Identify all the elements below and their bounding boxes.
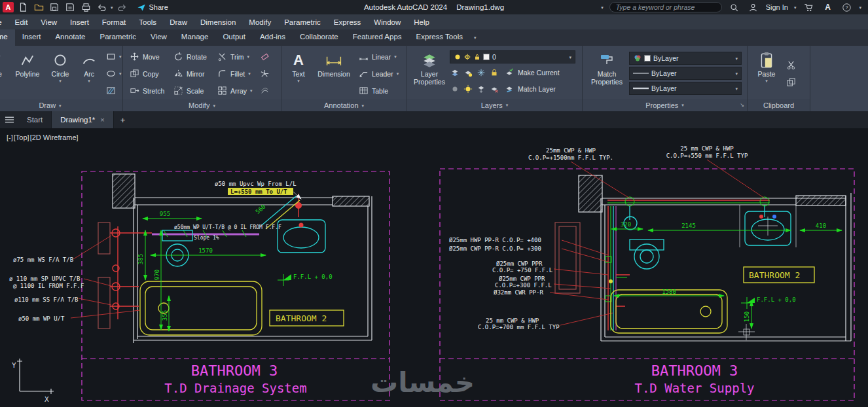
menu-view[interactable]: View <box>34 16 63 29</box>
undo-dropdown-icon[interactable] <box>111 5 113 10</box>
menu-format[interactable]: Format <box>96 16 132 29</box>
drawing-canvas[interactable]: [-] [Top] [2D Wireframe] <box>0 128 868 407</box>
cut-button[interactable] <box>784 57 801 73</box>
menu-file[interactable]: File <box>0 16 9 29</box>
layer-isolate-icon[interactable] <box>463 67 473 78</box>
menu-tools[interactable]: Tools <box>132 16 163 29</box>
arc-button[interactable]: Arc <box>77 48 101 99</box>
panel-label-draw[interactable]: Draw <box>0 99 122 111</box>
tab-add-ins[interactable]: Add-ins <box>253 29 293 46</box>
tab-collaborate[interactable]: Collaborate <box>293 29 346 46</box>
panel-label-layers[interactable]: Layers <box>407 99 582 111</box>
panel-label-modify[interactable]: Modify <box>123 99 281 111</box>
close-tab-icon[interactable]: × <box>100 116 104 124</box>
viewport-visual-style-control[interactable]: [2D Wireframe] <box>30 133 79 141</box>
hatch-button[interactable] <box>103 82 124 99</box>
open-file-button[interactable] <box>32 1 45 13</box>
text-button[interactable]: Text <box>285 48 312 99</box>
layer-merge-icon[interactable] <box>476 84 486 94</box>
leader-button[interactable]: Leader <box>356 65 403 82</box>
explode-button[interactable] <box>257 65 273 82</box>
rotate-button[interactable]: Rotate <box>171 48 213 65</box>
tab-drawing1[interactable]: Drawing1* × <box>52 111 114 128</box>
menu-insert[interactable]: Insert <box>63 16 96 29</box>
lineweight-select[interactable]: ByLayer <box>629 82 742 95</box>
menu-edit[interactable]: Edit <box>9 16 35 29</box>
search-button[interactable] <box>728 1 741 13</box>
match-properties-button[interactable]: Match Properties <box>587 48 627 98</box>
mirror-button[interactable]: Mirror <box>171 65 213 82</box>
undo-button[interactable] <box>95 1 108 13</box>
tab-output[interactable]: Output <box>215 29 253 46</box>
redo-button[interactable] <box>116 1 129 13</box>
menu-window[interactable]: Window <box>367 16 407 29</box>
save-as-button[interactable] <box>63 1 77 13</box>
new-drawing-tab-button[interactable]: + <box>114 111 132 128</box>
layer-state-icon[interactable] <box>450 67 460 78</box>
model-space[interactable]: 955 385 970 355 1570 560 F.F.L + 0,0 <box>0 128 868 407</box>
linear-dimension-button[interactable]: Linear <box>356 48 403 65</box>
dimension-button[interactable]: Dimension <box>314 48 354 99</box>
share-button[interactable]: Share <box>132 3 173 12</box>
circle-button[interactable]: Circle <box>46 48 75 99</box>
match-layer-button[interactable]: Match Layer <box>502 82 558 96</box>
make-current-button[interactable]: Make Current <box>502 65 562 80</box>
menu-draw[interactable]: Draw <box>163 16 194 29</box>
tab-view[interactable]: View <box>143 29 174 46</box>
tab-parametric[interactable]: Parametric <box>93 29 144 46</box>
erase-button[interactable] <box>257 48 273 65</box>
viewport-view-control[interactable]: [Top] <box>14 133 29 141</box>
scale-button[interactable]: Scale <box>171 82 213 99</box>
layer-off-icon[interactable] <box>450 84 460 94</box>
copy-clip-button[interactable] <box>784 74 801 90</box>
apps-button[interactable] <box>821 1 834 13</box>
save-button[interactable] <box>48 1 61 13</box>
table-button[interactable]: Table <box>356 82 403 99</box>
fillet-button[interactable]: Fillet <box>215 65 255 82</box>
paste-button[interactable]: Paste <box>751 48 782 98</box>
search-input[interactable] <box>609 2 722 12</box>
menu-modify[interactable]: Modify <box>242 16 278 29</box>
ribbon-options-icon[interactable] <box>470 35 480 40</box>
layer-freeze-icon[interactable] <box>476 67 486 78</box>
cart-button[interactable] <box>802 1 815 13</box>
title-expand-icon[interactable] <box>601 5 604 10</box>
sign-in-dropdown-icon[interactable] <box>794 5 797 10</box>
line-button[interactable]: Line <box>0 48 9 99</box>
viewport-menu-control[interactable]: [-] <box>7 133 13 141</box>
layer-select[interactable]: 0 <box>450 50 575 63</box>
menu-parametric[interactable]: Parametric <box>278 16 327 29</box>
file-tabs-menu-button[interactable] <box>0 111 18 128</box>
user-button[interactable] <box>747 1 760 13</box>
layer-properties-button[interactable]: Layer Properties <box>411 48 448 98</box>
stretch-button[interactable]: Stretch <box>127 82 169 99</box>
layer-on-all-icon[interactable] <box>463 84 473 94</box>
sign-in-label[interactable]: Sign In <box>766 3 788 11</box>
tab-home[interactable]: Home <box>0 29 15 46</box>
tab-express-tools[interactable]: Express Tools <box>409 29 470 46</box>
tab-start[interactable]: Start <box>18 111 52 128</box>
array-button[interactable]: Array <box>215 82 255 99</box>
linetype-select[interactable]: ByLayer <box>629 67 742 80</box>
object-color-select[interactable]: ByLayer <box>629 52 742 65</box>
layer-delete-icon[interactable] <box>489 84 499 94</box>
trim-button[interactable]: Trim <box>215 48 255 65</box>
panel-label-clipboard[interactable]: Clipboard <box>748 99 810 111</box>
tab-insert[interactable]: Insert <box>15 29 48 46</box>
rectangle-button[interactable] <box>103 48 124 65</box>
help-button[interactable]: ? <box>840 1 853 13</box>
panel-label-properties[interactable]: Properties↘ <box>583 99 747 111</box>
menu-express[interactable]: Express <box>327 16 368 29</box>
layer-lock-icon[interactable] <box>489 67 499 78</box>
tab-annotate[interactable]: Annotate <box>48 29 92 46</box>
menu-dimension[interactable]: Dimension <box>194 16 242 29</box>
menu-help[interactable]: Help <box>407 16 436 29</box>
move-button[interactable]: Move <box>127 48 169 65</box>
offset-button[interactable] <box>257 82 273 99</box>
tab-featured-apps[interactable]: Featured Apps <box>346 29 409 46</box>
tab-manage[interactable]: Manage <box>174 29 216 46</box>
help-dropdown-icon[interactable] <box>859 5 861 10</box>
ellipse-button[interactable] <box>103 65 124 82</box>
autocad-logo-icon[interactable] <box>3 2 14 12</box>
new-file-button[interactable] <box>16 1 29 13</box>
